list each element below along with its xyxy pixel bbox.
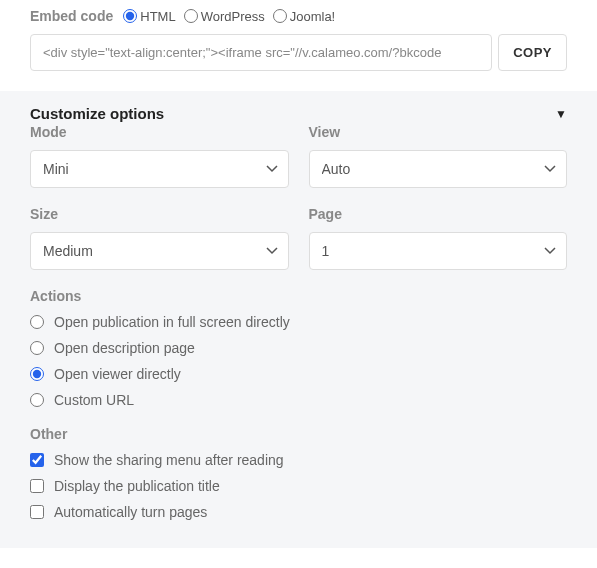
mode-label: Mode [30,124,289,140]
action-radio-description[interactable] [30,341,44,355]
action-label-custom-url: Custom URL [54,392,134,408]
other-item-sharing[interactable]: Show the sharing menu after reading [30,452,567,468]
embed-code-row: COPY [30,34,567,71]
embed-radio-joomla-input[interactable] [273,9,287,23]
embed-radio-html-input[interactable] [123,9,137,23]
other-label-sharing: Show the sharing menu after reading [54,452,284,468]
action-radio-fullscreen[interactable] [30,315,44,329]
size-select[interactable]: Medium [30,232,289,270]
copy-button[interactable]: COPY [498,34,567,71]
other-label: Other [30,426,567,442]
embed-radio-joomla[interactable]: Joomla! [273,9,336,24]
customize-title: Customize options [30,105,164,122]
other-checkbox-autoturn[interactable] [30,505,44,519]
customize-section: Customize options ▼ Mode Mini View Auto … [0,91,597,548]
action-item-viewer[interactable]: Open viewer directly [30,366,567,382]
chevron-down-icon: ▼ [555,107,567,121]
embed-radio-wordpress-input[interactable] [184,9,198,23]
action-label-viewer: Open viewer directly [54,366,181,382]
page-select[interactable]: 1 [309,232,568,270]
other-block: Other Show the sharing menu after readin… [30,426,567,520]
size-label: Size [30,206,289,222]
customize-header[interactable]: Customize options ▼ [30,105,567,122]
embed-code-label: Embed code [30,8,113,24]
view-col: View Auto [309,124,568,188]
action-radio-viewer[interactable] [30,367,44,381]
action-radio-custom-url[interactable] [30,393,44,407]
row-size-page: Size Medium Page 1 [30,206,567,270]
size-col: Size Medium [30,206,289,270]
action-item-description[interactable]: Open description page [30,340,567,356]
embed-radio-html-label: HTML [140,9,175,24]
embed-radio-wordpress-label: WordPress [201,9,265,24]
action-item-fullscreen[interactable]: Open publication in full screen directly [30,314,567,330]
other-list: Show the sharing menu after reading Disp… [30,452,567,520]
action-label-description: Open description page [54,340,195,356]
page-label: Page [309,206,568,222]
embed-radio-wordpress[interactable]: WordPress [184,9,265,24]
actions-label: Actions [30,288,567,304]
mode-col: Mode Mini [30,124,289,188]
other-item-autoturn[interactable]: Automatically turn pages [30,504,567,520]
page-col: Page 1 [309,206,568,270]
other-label-title: Display the publication title [54,478,220,494]
other-item-title[interactable]: Display the publication title [30,478,567,494]
embed-code-input[interactable] [30,34,492,71]
view-select[interactable]: Auto [309,150,568,188]
mode-select[interactable]: Mini [30,150,289,188]
embed-radio-html[interactable]: HTML [123,9,175,24]
embed-format-radio-group: HTML WordPress Joomla! [123,9,339,24]
embed-radio-joomla-label: Joomla! [290,9,336,24]
other-checkbox-sharing[interactable] [30,453,44,467]
embed-row: Embed code HTML WordPress Joomla! [30,8,567,24]
action-item-custom-url[interactable]: Custom URL [30,392,567,408]
embed-section: Embed code HTML WordPress Joomla! COPY [0,0,597,91]
row-mode-view: Mode Mini View Auto [30,124,567,188]
actions-list: Open publication in full screen directly… [30,314,567,408]
other-label-autoturn: Automatically turn pages [54,504,207,520]
action-label-fullscreen: Open publication in full screen directly [54,314,290,330]
view-label: View [309,124,568,140]
other-checkbox-title[interactable] [30,479,44,493]
